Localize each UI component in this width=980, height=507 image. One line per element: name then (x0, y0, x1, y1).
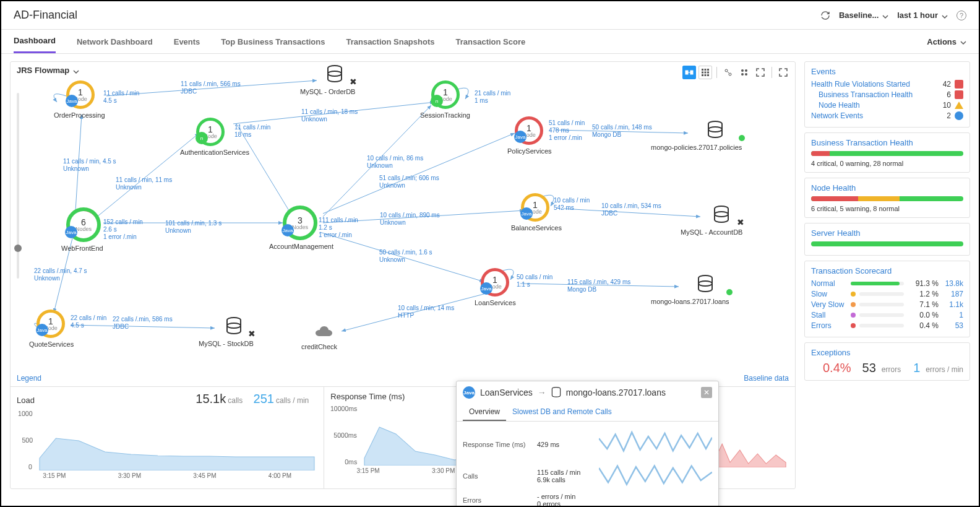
node-mysql-accountdb[interactable]: ✖ MySQL - AccountDB (700, 206, 742, 236)
edge-label: 11 calls /.min, 18 msUnknown (301, 108, 358, 123)
svg-rect-9 (702, 74, 703, 76)
node-mysql-orderdb[interactable]: ✖ MySQL - OrderDB (314, 65, 355, 95)
layout-grid-button[interactable] (698, 66, 712, 79)
svg-point-12 (725, 69, 728, 72)
database-icon (551, 387, 561, 398)
svg-point-15 (745, 69, 747, 72)
edge-label: 111 calls /.min1.2 s1 error /.min (319, 217, 358, 239)
java-icon: Java (514, 131, 527, 143)
java-icon: Java (463, 386, 475, 399)
database-icon (697, 275, 713, 293)
fit-button[interactable] (754, 66, 767, 79)
arrow-right-icon: → (538, 388, 546, 397)
edge-label: 50 calls /.min, 148 msMongo DB (592, 124, 652, 139)
right-sidebar: Events Health Rule Violations Started42 … (804, 61, 970, 489)
edge-label: 10 calls / min542 ms (554, 197, 590, 212)
edge-label: 22 calls / min4.5 s (71, 314, 106, 329)
edge-label: 10 calls /.min, 890 msUnknown (380, 212, 440, 227)
health-bar (811, 151, 963, 156)
tab-network-dashboard[interactable]: Network Dashboard (77, 31, 153, 53)
node-web-front-end[interactable]: 6 Nodes Java WebFrontEnd (66, 207, 103, 252)
svg-line-25 (323, 133, 515, 214)
database-icon (713, 206, 729, 224)
svg-rect-1 (690, 71, 693, 74)
database-icon (327, 65, 343, 84)
score-row: Stall0.0 %1 (811, 311, 963, 319)
flowmap-title: JRS Flowmap (17, 66, 69, 75)
tab-top-transactions[interactable]: Top Business Transactions (221, 31, 325, 53)
node-mongo-policies[interactable]: mongo-policies.27017.policies (688, 121, 742, 151)
java-icon: Java (65, 226, 77, 238)
legend-link[interactable]: Legend (17, 374, 41, 383)
critical-icon (955, 90, 963, 99)
svg-text:500: 500 (22, 437, 33, 444)
java-icon: Java (480, 282, 492, 295)
node-mysql-stockdb[interactable]: ✖ MySQL - StockDB (215, 317, 254, 347)
auto-arrange-button[interactable] (721, 66, 735, 79)
calls-spark (599, 462, 712, 491)
cluster-button[interactable] (737, 66, 751, 79)
svg-line-20 (97, 133, 199, 217)
chevron-down-icon[interactable] (73, 67, 79, 74)
refresh-icon[interactable] (820, 11, 830, 20)
java-icon: Java (282, 224, 294, 236)
edge-label: 22 calls /.min, 4.7 sUnknown (34, 267, 87, 282)
cloud-icon (312, 325, 333, 339)
baseline-data-link[interactable]: Baseline data (744, 374, 789, 383)
popup-target: mongo-loans.27017.loans (566, 388, 666, 397)
baseline-selector[interactable]: Baseline... (839, 11, 888, 20)
close-icon[interactable]: ✕ (701, 387, 712, 398)
event-row[interactable]: Node Health10 (811, 101, 963, 110)
edge-label: 101 calls /.min, 1.3 sUnknown (165, 220, 221, 235)
svg-rect-8 (707, 72, 709, 74)
edge-label: 51 calls /.min; 606 msUnknown (379, 175, 439, 189)
flowmap-area[interactable]: JRS Flowmap (11, 62, 795, 386)
event-row[interactable]: Network Events2 (811, 111, 963, 120)
edge-label: 11 calls / min, 11 msUnknown (116, 176, 172, 191)
tab-snapshots[interactable]: Transaction Snapshots (346, 31, 434, 53)
tab-dashboard[interactable]: Dashboard (14, 30, 56, 53)
node-loan-services[interactable]: 1 Node Java LoanServices (481, 268, 516, 306)
popup-tab-slowest[interactable]: Slowest DB and Remote Calls (506, 404, 618, 421)
zoom-slider[interactable] (17, 93, 19, 279)
svg-point-14 (741, 69, 744, 72)
edge-detail-popup: Java LoanServices → mongo-loans.27017.lo… (456, 381, 719, 507)
edge-label: 10 calls /.min, 534 msJDBC (601, 202, 661, 217)
baseline-label: Baseline... (839, 11, 879, 20)
help-icon[interactable]: ? (956, 11, 966, 20)
event-row[interactable]: Business Transaction Health6 (811, 90, 963, 99)
health-bar (811, 241, 963, 246)
node-session-tracking[interactable]: 1 Node n SessionTracking (431, 80, 470, 119)
time-range-selector[interactable]: last 1 hour (897, 11, 948, 20)
chevron-down-icon (942, 12, 948, 19)
edge-label: 22 calls /.min, 586 msJDBC (113, 316, 173, 331)
tab-score[interactable]: Transaction Score (456, 31, 526, 53)
app-title: AD-Financial (14, 9, 77, 22)
svg-rect-3 (702, 69, 703, 71)
rt-spark (599, 430, 712, 459)
node-order-processing[interactable]: 1 Node Java OrderProcessing (66, 80, 105, 119)
event-row[interactable]: Health Rule Violations Started42 (811, 80, 963, 89)
edge-label: 10 calls /.min; 14 msHTTP (398, 305, 454, 319)
popup-tab-overview[interactable]: Overview (463, 404, 506, 421)
layout-flow-button[interactable] (682, 66, 696, 79)
node-credit-check[interactable]: creditCheck (307, 325, 337, 350)
popup-metric-row: Errors - errors / min0 errors (463, 493, 712, 507)
node-policy-services[interactable]: 1 Node Java PolicyServices (515, 116, 552, 155)
events-panel: Events Health Rule Violations Started42 … (804, 61, 970, 128)
node-icon: n (431, 95, 443, 107)
node-mongo-loans[interactable]: mongo-loans.27017.loans (682, 275, 729, 305)
score-row: Slow1.2 %187 (811, 290, 963, 298)
fullscreen-button[interactable] (776, 66, 790, 79)
database-icon (707, 121, 723, 139)
database-icon (226, 317, 242, 336)
node-icon: n (196, 132, 208, 144)
health-bar (811, 196, 963, 201)
load-sparkline: 1000 500 0 (17, 409, 317, 470)
node-quote-services[interactable]: 1 Node Java QuoteServices (37, 310, 74, 348)
svg-rect-5 (707, 69, 709, 71)
popup-metric-row: Response Time (ms) 429 ms (463, 430, 712, 459)
actions-dropdown[interactable]: Actions (927, 31, 966, 53)
warning-icon (955, 102, 963, 109)
tab-events[interactable]: Events (174, 31, 200, 53)
